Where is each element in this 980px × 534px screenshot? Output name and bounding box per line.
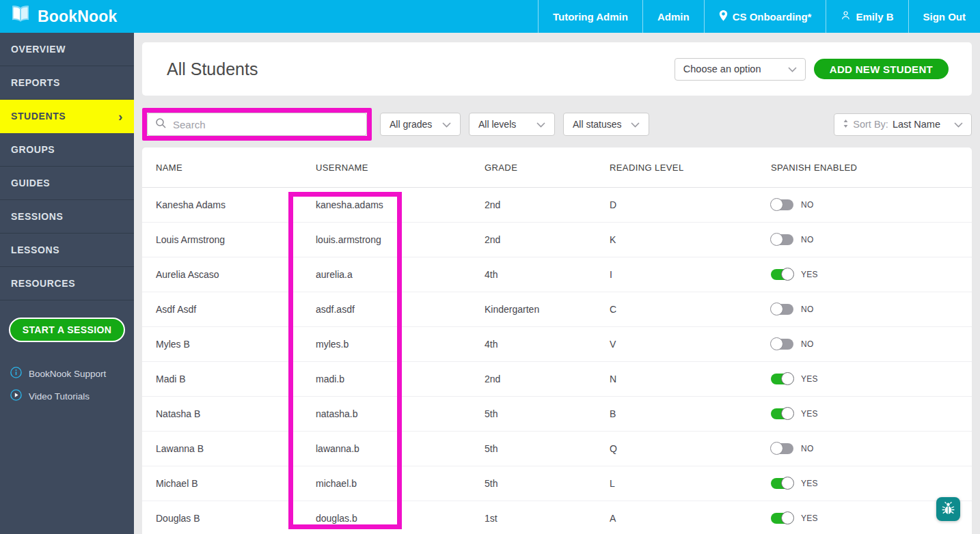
cell-username: douglas.b [316, 513, 485, 524]
nav-item-admin[interactable]: Admin [642, 0, 704, 33]
info-icon [10, 367, 22, 380]
students-table: NAMEUSERNAMEGRADEREADING LEVELSPANISH EN… [142, 147, 972, 534]
sidebar-item-overview[interactable]: OVERVIEW [0, 33, 134, 66]
spanish-enabled-toggle[interactable] [771, 478, 793, 489]
topbar: BookNook Tutoring AdminAdminCS Onboardin… [0, 0, 980, 33]
cell-spanish-enabled: NO [771, 339, 972, 350]
cell-reading-level: I [610, 269, 771, 280]
table-row[interactable]: Michael Bmichael.b5thLYES [142, 466, 972, 501]
sidebar-link-label: Video Tutorials [29, 391, 90, 402]
choose-option-value: Choose an option [683, 64, 761, 74]
chevron-down-icon [442, 119, 451, 130]
toggle-state-label: NO [801, 305, 814, 314]
column-header-username: USERNAME [316, 163, 485, 173]
student-table-body: Kanesha Adamskanesha.adams2ndDNOLouis Ar… [142, 188, 972, 534]
spanish-enabled-toggle[interactable] [771, 374, 793, 384]
start-a-session-button[interactable]: START A SESSION [9, 318, 125, 342]
spanish-enabled-toggle[interactable] [771, 199, 793, 210]
nav-item-label: Sign Out [923, 11, 966, 23]
spanish-enabled-toggle[interactable] [771, 339, 793, 350]
sidebar-item-label: STUDENTS [11, 111, 66, 122]
sidebar: OVERVIEWREPORTSSTUDENTS›GROUPSGUIDESSESS… [0, 33, 134, 534]
sidebar-item-students[interactable]: STUDENTS› [0, 100, 134, 133]
nav-item-label: Tutoring Admin [553, 11, 628, 23]
cell-username: natasha.b [316, 408, 485, 419]
sidebar-link-booknook-support[interactable]: BookNook Support [10, 367, 134, 380]
search-icon [155, 117, 167, 132]
nav-item-label: CS Onboarding* [733, 11, 812, 23]
cell-grade: 5th [485, 478, 610, 489]
cell-name: Asdf Asdf [156, 304, 316, 315]
statuses-filter-dropdown[interactable]: All statuses [563, 113, 649, 136]
table-row[interactable]: Natasha Bnatasha.b5thBYES [142, 397, 972, 432]
chevron-down-icon [536, 119, 545, 130]
chevron-down-icon [631, 119, 640, 130]
nav-item-sign-out[interactable]: Sign Out [908, 0, 980, 33]
nav-item-emily-b[interactable]: Emily B [826, 0, 908, 33]
table-row[interactable]: Asdf Asdfasdf.asdfKindergartenCNO [142, 292, 972, 327]
cell-username: madi.b [316, 374, 485, 384]
play-icon [10, 389, 22, 403]
cell-name: Michael B [156, 478, 316, 489]
table-row[interactable]: Aurelia Ascasoaurelia.a4thIYES [142, 257, 972, 292]
page: BookNook Tutoring AdminAdminCS Onboardin… [0, 0, 980, 534]
sidebar-item-resources[interactable]: RESOURCES [0, 267, 134, 300]
cell-name: Natasha B [156, 408, 316, 419]
brand-name: BookNook [38, 8, 118, 26]
sidebar-link-label: BookNook Support [29, 369, 106, 379]
cell-reading-level: D [610, 199, 771, 210]
page-header-card: All Students Choose an option ADD NEW ST… [142, 42, 972, 96]
table-row[interactable]: Myles Bmyles.b4thVNO [142, 327, 972, 362]
choose-option-dropdown[interactable]: Choose an option [675, 58, 806, 81]
grades-filter-dropdown[interactable]: All grades [380, 113, 461, 136]
table-row[interactable]: Kanesha Adamskanesha.adams2ndDNO [142, 188, 972, 223]
sort-arrows-icon [843, 119, 849, 130]
nav-item-label: Admin [657, 11, 690, 23]
add-new-student-button[interactable]: ADD NEW STUDENT [814, 59, 949, 79]
table-row[interactable]: Madi Bmadi.b2ndNYES [142, 362, 972, 397]
spanish-enabled-toggle[interactable] [771, 304, 793, 315]
sort-by-value: Last Name [893, 119, 940, 130]
booknook-logo[interactable]: BookNook [0, 5, 118, 28]
cell-grade: 2nd [485, 199, 610, 210]
cell-reading-level: K [610, 234, 771, 245]
toggle-state-label: YES [801, 409, 818, 419]
search-box [147, 113, 367, 136]
table-header-row: NAMEUSERNAMEGRADEREADING LEVELSPANISH EN… [142, 147, 972, 188]
sidebar-item-groups[interactable]: GROUPS [0, 133, 134, 167]
nav-item-tutoring-admin[interactable]: Tutoring Admin [538, 0, 642, 33]
bug-report-button[interactable] [936, 497, 960, 521]
sidebar-item-sessions[interactable]: SESSIONS [0, 200, 134, 234]
cell-name: Lawanna B [156, 443, 316, 454]
spanish-enabled-toggle[interactable] [771, 443, 793, 454]
page-title: All Students [167, 59, 258, 79]
spanish-enabled-toggle[interactable] [771, 234, 793, 245]
sidebar-item-label: OVERVIEW [11, 44, 66, 55]
cell-grade: 1st [485, 513, 610, 524]
table-row[interactable]: Louis Armstronglouis.armstrong2ndKNO [142, 223, 972, 257]
header-actions: Choose an option ADD NEW STUDENT [675, 58, 949, 81]
sidebar-item-label: LESSONS [11, 244, 59, 255]
spanish-enabled-toggle[interactable] [771, 408, 793, 419]
table-row[interactable]: Lawanna Blawanna.b5thQNO [142, 432, 972, 466]
toggle-knob [770, 233, 783, 246]
table-row[interactable]: Douglas Bdouglas.b1stAYES [142, 501, 972, 534]
nav-item-cs-onboarding[interactable]: CS Onboarding* [704, 0, 826, 33]
cell-spanish-enabled: NO [771, 234, 972, 245]
sort-by-dropdown[interactable]: Sort By: Last Name [834, 113, 972, 136]
filter-row: All grades All levels All statuses Sort … [142, 108, 972, 141]
sidebar-link-video-tutorials[interactable]: Video Tutorials [10, 389, 134, 403]
sidebar-item-reports[interactable]: REPORTS [0, 66, 134, 100]
sidebar-item-lessons[interactable]: LESSONS [0, 234, 134, 267]
spanish-enabled-toggle[interactable] [771, 513, 793, 524]
spanish-enabled-toggle[interactable] [771, 269, 793, 280]
cell-reading-level: N [610, 374, 771, 384]
topbar-nav: Tutoring AdminAdminCS Onboarding*Emily B… [538, 0, 980, 33]
toggle-state-label: NO [801, 200, 814, 210]
levels-filter-dropdown[interactable]: All levels [469, 113, 555, 136]
cell-reading-level: A [610, 513, 771, 524]
sidebar-item-guides[interactable]: GUIDES [0, 167, 134, 200]
column-header-name: NAME [156, 163, 316, 173]
search-input[interactable] [173, 119, 359, 130]
toggle-knob [781, 477, 794, 490]
